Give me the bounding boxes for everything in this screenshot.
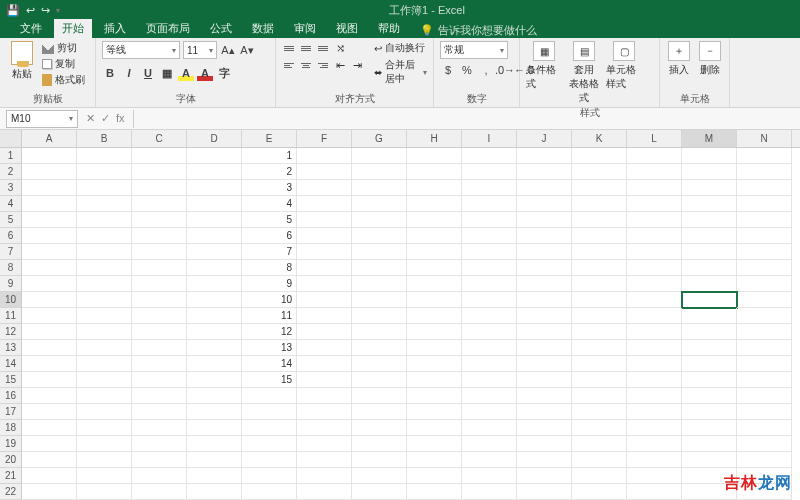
cell-M18[interactable] [682, 420, 737, 436]
cell-J7[interactable] [517, 244, 572, 260]
cell-styles-button[interactable]: ▢单元格样式 [606, 41, 642, 91]
row-header-16[interactable]: 16 [0, 388, 22, 404]
row-header-5[interactable]: 5 [0, 212, 22, 228]
cell-B12[interactable] [77, 324, 132, 340]
cell-D7[interactable] [187, 244, 242, 260]
cell-B4[interactable] [77, 196, 132, 212]
cell-L15[interactable] [627, 372, 682, 388]
underline-button[interactable]: U [140, 65, 156, 81]
cell-N9[interactable] [737, 276, 792, 292]
cell-A7[interactable] [22, 244, 77, 260]
cell-G12[interactable] [352, 324, 407, 340]
cell-I22[interactable] [462, 484, 517, 500]
tab-help[interactable]: 帮助 [370, 19, 408, 38]
cell-N17[interactable] [737, 404, 792, 420]
cell-K1[interactable] [572, 148, 627, 164]
cell-D6[interactable] [187, 228, 242, 244]
cell-D16[interactable] [187, 388, 242, 404]
cell-L6[interactable] [627, 228, 682, 244]
cell-M21[interactable] [682, 468, 737, 484]
cell-F19[interactable] [297, 436, 352, 452]
align-bottom-button[interactable] [316, 41, 330, 55]
cell-J8[interactable] [517, 260, 572, 276]
cell-G4[interactable] [352, 196, 407, 212]
row-header-9[interactable]: 9 [0, 276, 22, 292]
cell-A9[interactable] [22, 276, 77, 292]
tab-review[interactable]: 审阅 [286, 19, 324, 38]
cell-N22[interactable] [737, 484, 792, 500]
row-header-1[interactable]: 1 [0, 148, 22, 164]
cell-H4[interactable] [407, 196, 462, 212]
row-header-6[interactable]: 6 [0, 228, 22, 244]
cell-D21[interactable] [187, 468, 242, 484]
tell-me[interactable]: 💡 告诉我你想要做什么 [420, 23, 537, 38]
cell-K16[interactable] [572, 388, 627, 404]
row-header-22[interactable]: 22 [0, 484, 22, 500]
cell-L20[interactable] [627, 452, 682, 468]
cell-C2[interactable] [132, 164, 187, 180]
border-button[interactable]: ▦ [159, 65, 175, 81]
redo-icon[interactable]: ↪ [41, 4, 50, 17]
cell-J22[interactable] [517, 484, 572, 500]
cell-L3[interactable] [627, 180, 682, 196]
cell-J12[interactable] [517, 324, 572, 340]
cell-M16[interactable] [682, 388, 737, 404]
cell-I9[interactable] [462, 276, 517, 292]
cell-C3[interactable] [132, 180, 187, 196]
tab-formulas[interactable]: 公式 [202, 19, 240, 38]
cell-B14[interactable] [77, 356, 132, 372]
cell-M9[interactable] [682, 276, 737, 292]
cell-E12[interactable]: 12 [242, 324, 297, 340]
cell-N7[interactable] [737, 244, 792, 260]
row-header-17[interactable]: 17 [0, 404, 22, 420]
cell-M17[interactable] [682, 404, 737, 420]
cell-E14[interactable]: 14 [242, 356, 297, 372]
cell-G6[interactable] [352, 228, 407, 244]
cell-N3[interactable] [737, 180, 792, 196]
select-all-button[interactable] [0, 130, 22, 147]
cell-M5[interactable] [682, 212, 737, 228]
increase-font-button[interactable]: A▴ [220, 42, 236, 58]
cell-M3[interactable] [682, 180, 737, 196]
cell-F5[interactable] [297, 212, 352, 228]
cell-A11[interactable] [22, 308, 77, 324]
cell-E4[interactable]: 4 [242, 196, 297, 212]
column-header-H[interactable]: H [407, 130, 462, 147]
cell-E11[interactable]: 11 [242, 308, 297, 324]
row-header-4[interactable]: 4 [0, 196, 22, 212]
enter-formula-icon[interactable]: ✓ [101, 112, 110, 125]
cell-A14[interactable] [22, 356, 77, 372]
cell-C6[interactable] [132, 228, 187, 244]
cell-A16[interactable] [22, 388, 77, 404]
cell-A17[interactable] [22, 404, 77, 420]
cell-N1[interactable] [737, 148, 792, 164]
cell-F12[interactable] [297, 324, 352, 340]
cell-B2[interactable] [77, 164, 132, 180]
cell-H9[interactable] [407, 276, 462, 292]
paste-button[interactable]: 粘贴 [6, 41, 38, 81]
cell-D2[interactable] [187, 164, 242, 180]
cell-A3[interactable] [22, 180, 77, 196]
cell-K4[interactable] [572, 196, 627, 212]
cell-K15[interactable] [572, 372, 627, 388]
cell-D5[interactable] [187, 212, 242, 228]
save-icon[interactable]: 💾 [6, 4, 20, 17]
cell-M11[interactable] [682, 308, 737, 324]
cell-A15[interactable] [22, 372, 77, 388]
cell-N13[interactable] [737, 340, 792, 356]
align-top-button[interactable] [282, 41, 296, 55]
tab-view[interactable]: 视图 [328, 19, 366, 38]
column-header-E[interactable]: E [242, 130, 297, 147]
cell-H11[interactable] [407, 308, 462, 324]
cell-E15[interactable]: 15 [242, 372, 297, 388]
cell-M4[interactable] [682, 196, 737, 212]
cell-C19[interactable] [132, 436, 187, 452]
cell-M19[interactable] [682, 436, 737, 452]
cell-E22[interactable] [242, 484, 297, 500]
cell-K14[interactable] [572, 356, 627, 372]
cell-C9[interactable] [132, 276, 187, 292]
cell-B21[interactable] [77, 468, 132, 484]
cell-D11[interactable] [187, 308, 242, 324]
cell-N12[interactable] [737, 324, 792, 340]
cell-A10[interactable] [22, 292, 77, 308]
